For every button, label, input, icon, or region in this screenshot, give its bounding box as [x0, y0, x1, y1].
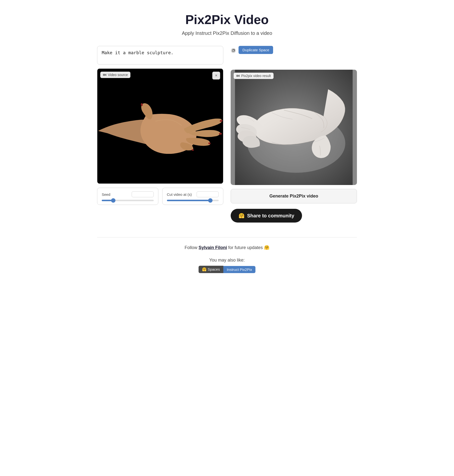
- cut-video-group: Cut video at (s) 2: [162, 188, 224, 205]
- seed-group: Seed 422112651: [97, 188, 158, 205]
- seed-slider-track[interactable]: [102, 200, 154, 201]
- svg-point-4: [219, 133, 222, 135]
- result-label: Pix2pix video result: [234, 73, 274, 79]
- seed-slider-thumb[interactable]: [111, 198, 115, 203]
- cut-video-label: Cut video at (s): [167, 192, 192, 197]
- page-title: Pix2Pix Video: [97, 12, 357, 27]
- seed-value-input[interactable]: 422112651: [132, 191, 154, 197]
- right-top-row: Duplicate Space: [231, 46, 357, 55]
- left-column: Make it a marble sculpture. Video source…: [97, 46, 223, 223]
- also-like-title: You may also like:: [97, 258, 357, 263]
- sylvain-link[interactable]: Sylvain Filoni: [199, 245, 227, 250]
- svg-marker-10: [239, 75, 240, 77]
- footer-divider: [97, 237, 357, 238]
- svg-rect-9: [236, 75, 239, 77]
- cut-video-value-input[interactable]: 2: [197, 191, 219, 197]
- video-source-panel: Video source ×: [97, 68, 223, 184]
- video-source-image: [97, 69, 223, 184]
- page-subtitle: Apply Instruct Pix2Pix Diffusion to a vi…: [97, 30, 357, 36]
- copy-icon: [231, 48, 236, 53]
- svg-point-8: [231, 48, 236, 53]
- spaces-badge[interactable]: 🤗 Spaces: [199, 266, 223, 273]
- svg-marker-1: [105, 74, 106, 76]
- cut-video-slider-track[interactable]: [167, 200, 219, 201]
- main-grid: Make it a marble sculpture. Video source…: [97, 46, 357, 223]
- duplicate-space-button[interactable]: Duplicate Space: [239, 46, 273, 54]
- right-column: Duplicate Space Pix2pix video result: [231, 46, 357, 223]
- result-panel: Pix2pix video result: [231, 70, 357, 185]
- result-image: [231, 70, 357, 185]
- result-video-icon: [236, 74, 240, 78]
- cut-video-slider-fill: [167, 200, 211, 201]
- generate-button[interactable]: Generate Pix2Pix video: [231, 189, 357, 203]
- video-source-label: Video source: [100, 72, 130, 78]
- share-emoji: 🤗: [239, 213, 245, 219]
- also-like-section: You may also like: 🤗 Spaces Instruct Pix…: [97, 258, 357, 273]
- sliders-row: Seed 422112651 Cut video at (s) 2: [97, 188, 223, 205]
- share-label: Share to community: [247, 213, 294, 219]
- share-button[interactable]: 🤗 Share to community: [231, 209, 302, 223]
- video-camera-icon: [103, 73, 106, 77]
- footer-text: Follow Sylvain Filoni for future updates…: [97, 245, 357, 250]
- close-button[interactable]: ×: [212, 72, 220, 79]
- cut-video-slider-thumb[interactable]: [208, 198, 213, 203]
- svg-rect-0: [103, 74, 105, 76]
- prompt-input[interactable]: Make it a marble sculpture.: [97, 46, 223, 65]
- also-like-badges: 🤗 Spaces Instruct Pix2Pix: [199, 266, 256, 273]
- seed-label: Seed: [102, 192, 110, 197]
- instruct-pix2pix-badge[interactable]: Instruct Pix2Pix: [223, 266, 255, 273]
